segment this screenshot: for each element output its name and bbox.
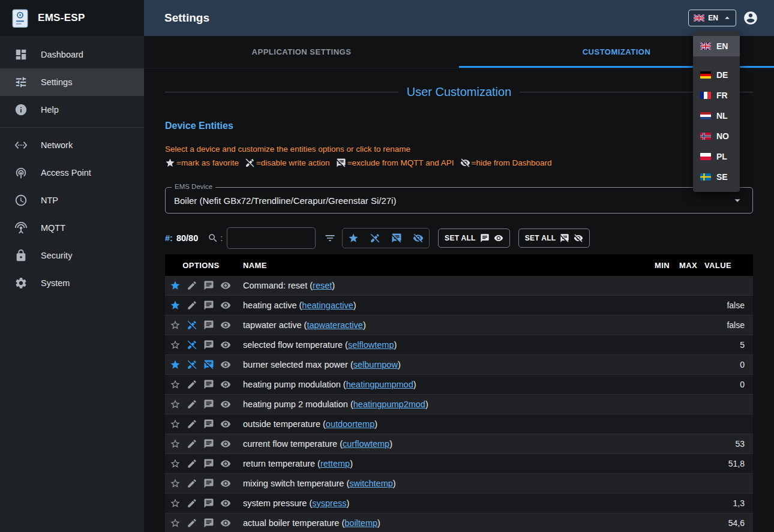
disable-write-toggle[interactable] [187, 280, 197, 291]
lang-option-en[interactable]: EN [693, 36, 740, 56]
entity-name[interactable]: mixing switch temperature (switchtemp) [237, 474, 638, 494]
sidebar-item-network[interactable]: Network [0, 131, 144, 159]
sidebar-item-help[interactable]: Help [0, 96, 144, 124]
entity-shortname-link[interactable]: boiltemp [344, 518, 377, 528]
hide-toggle[interactable] [220, 359, 231, 370]
entity-row[interactable]: return temperature (rettemp)51,8 [165, 454, 753, 474]
ems-device-select[interactable]: EMS Device Boiler (Nefit GBx72/Trendline… [165, 187, 753, 214]
favorite-toggle[interactable] [170, 280, 181, 291]
entity-shortname-link[interactable]: selflowtemp [348, 340, 394, 350]
mqtt-exclude-toggle[interactable] [203, 518, 214, 528]
entity-name[interactable]: return temperature (rettemp) [237, 454, 638, 474]
hide-toggle[interactable] [220, 518, 231, 528]
entity-row[interactable]: mixing switch temperature (switchtemp) [165, 474, 753, 494]
mqtt-exclude-toggle[interactable] [203, 359, 214, 370]
entity-row[interactable]: heating active (heatingactive)false [165, 296, 753, 315]
language-select-button[interactable]: EN [688, 10, 736, 26]
sidebar-item-ntp[interactable]: NTP [0, 187, 144, 214]
disable-write-toggle[interactable] [187, 399, 197, 410]
entity-row[interactable]: system pressure (syspress)1,3 [165, 494, 753, 513]
search-input[interactable] [227, 227, 316, 249]
entity-row[interactable]: outside temperature (outdoortemp) [165, 414, 753, 434]
mqtt-exclude-toggle[interactable] [203, 419, 214, 429]
entity-shortname-link[interactable]: reset [313, 281, 332, 290]
entity-row[interactable]: selected flow temperature (selflowtemp)5 [165, 335, 753, 355]
hide-toggle[interactable] [220, 280, 231, 291]
favorite-toggle[interactable] [170, 478, 181, 489]
hide-toggle[interactable] [220, 379, 231, 390]
hide-toggle[interactable] [220, 320, 231, 330]
entity-shortname-link[interactable]: heatingpump2mod [353, 399, 425, 409]
disable-write-toggle[interactable] [187, 498, 197, 509]
hide-toggle[interactable] [220, 498, 231, 509]
entity-shortname-link[interactable]: heatingpumpmod [346, 380, 413, 389]
entity-name[interactable]: system pressure (syspress) [237, 494, 638, 513]
entity-name[interactable]: heating pump modulation (heatingpumpmod) [237, 375, 638, 395]
entity-row[interactable]: heating pump modulation (heatingpumpmod)… [165, 375, 753, 395]
entity-shortname-link[interactable]: selburnpow [353, 360, 398, 369]
disable-write-toggle[interactable] [187, 438, 197, 449]
sidebar-item-access-point[interactable]: Access Point [0, 159, 144, 187]
entity-row[interactable]: actual boiler temperature (boiltemp)54,6 [165, 513, 753, 532]
sidebar-item-settings[interactable]: Settings [0, 68, 144, 96]
tab-application-settings[interactable]: APPLICATION SETTINGS [144, 36, 459, 68]
favorite-toggle[interactable] [170, 320, 181, 330]
sidebar-item-security[interactable]: Security [0, 242, 144, 269]
entity-row[interactable]: tapwater active (tapwateractive)false [165, 315, 753, 335]
disable-write-toggle[interactable] [187, 419, 197, 429]
lang-option-de[interactable]: DE [693, 65, 740, 85]
disable-write-toggle[interactable] [187, 359, 197, 370]
disable-write-toggle[interactable] [187, 300, 197, 311]
disable-write-toggle[interactable] [187, 518, 197, 528]
mqtt-exclude-toggle[interactable] [203, 498, 214, 509]
entity-shortname-link[interactable]: curflowtemp [343, 439, 389, 449]
disable-write-toggle[interactable] [187, 458, 197, 469]
mqtt-exclude-toggle[interactable] [203, 280, 214, 291]
filter-favorites-toggle[interactable] [343, 229, 364, 248]
favorite-toggle[interactable] [170, 419, 181, 429]
lang-option-fr[interactable]: FR [693, 85, 740, 106]
set-all-include-button[interactable]: SET ALL [438, 229, 510, 248]
entity-name[interactable]: tapwater active (tapwateractive) [237, 315, 638, 335]
mqtt-exclude-toggle[interactable] [203, 399, 214, 410]
hide-toggle[interactable] [220, 458, 231, 469]
favorite-toggle[interactable] [170, 458, 181, 469]
mqtt-exclude-toggle[interactable] [203, 339, 214, 350]
filter-write-disabled-toggle[interactable] [364, 229, 386, 248]
favorite-toggle[interactable] [170, 359, 181, 370]
hide-toggle[interactable] [220, 419, 231, 429]
lang-option-pl[interactable]: PL [693, 146, 740, 167]
hide-toggle[interactable] [220, 399, 231, 410]
lang-option-nl[interactable]: NL [693, 106, 740, 126]
entity-shortname-link[interactable]: rettemp [320, 459, 350, 468]
favorite-toggle[interactable] [170, 379, 181, 390]
entity-shortname-link[interactable]: switchtemp [349, 479, 393, 488]
entity-name[interactable]: burner selected max power (selburnpow) [237, 355, 638, 375]
entity-shortname-link[interactable]: syspress [312, 498, 346, 508]
entity-row[interactable]: heating pump 2 modulation (heatingpump2m… [165, 395, 753, 414]
entity-name[interactable]: heating active (heatingactive) [237, 296, 638, 315]
favorite-toggle[interactable] [170, 399, 181, 410]
mqtt-exclude-toggle[interactable] [203, 438, 214, 449]
mqtt-exclude-toggle[interactable] [203, 300, 214, 311]
entity-name[interactable]: selected flow temperature (selflowtemp) [237, 335, 638, 355]
disable-write-toggle[interactable] [187, 339, 197, 350]
mqtt-exclude-toggle[interactable] [203, 458, 214, 469]
entity-shortname-link[interactable]: tapwateractive [307, 320, 363, 330]
hide-toggle[interactable] [220, 478, 231, 489]
entity-name[interactable]: outside temperature (outdoortemp) [237, 414, 638, 434]
hide-toggle[interactable] [220, 300, 231, 311]
hide-toggle[interactable] [220, 438, 231, 449]
mqtt-exclude-toggle[interactable] [203, 320, 214, 330]
entity-shortname-link[interactable]: heatingactive [302, 300, 353, 310]
favorite-toggle[interactable] [170, 498, 181, 509]
entity-name[interactable]: heating pump 2 modulation (heatingpump2m… [237, 395, 638, 414]
entity-name[interactable]: current flow temperature (curflowtemp) [237, 434, 638, 454]
favorite-toggle[interactable] [170, 518, 181, 528]
favorite-toggle[interactable] [170, 339, 181, 350]
entity-name[interactable]: actual boiler temperature (boiltemp) [237, 513, 638, 532]
entity-row[interactable]: burner selected max power (selburnpow)0 [165, 355, 753, 375]
entity-row[interactable]: current flow temperature (curflowtemp)53 [165, 434, 753, 454]
mqtt-exclude-toggle[interactable] [203, 379, 214, 390]
hide-toggle[interactable] [220, 339, 231, 350]
